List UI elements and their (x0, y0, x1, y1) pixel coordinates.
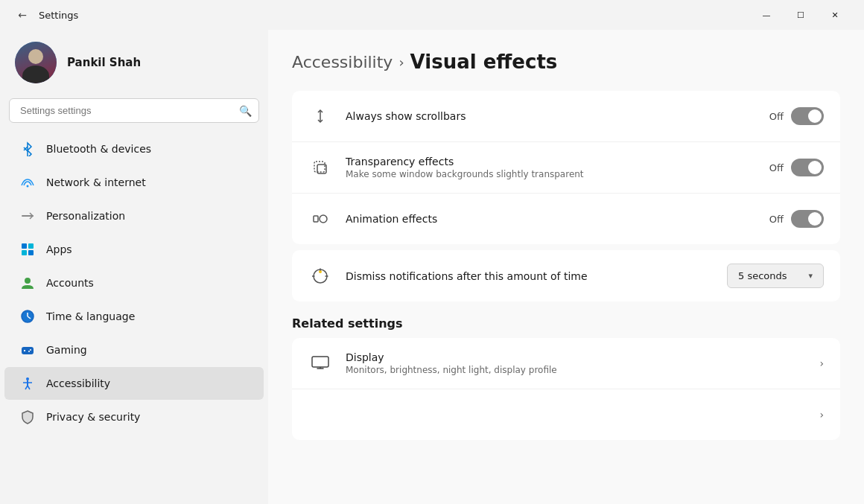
back-icon: ← (18, 9, 27, 21)
app-body: Pankil Shah 🔍 Bluetooth & devices Networ… (0, 30, 864, 504)
related-settings-card: Display Monitors, brightness, night ligh… (292, 338, 840, 440)
breadcrumb-separator: › (398, 54, 404, 70)
breadcrumb-current: Visual effects (410, 51, 558, 73)
animation-title: Animation effects (346, 213, 756, 225)
notification-card: Dismiss notifications after this amount … (292, 250, 840, 302)
sidebar-item-bluetooth[interactable]: Bluetooth & devices (4, 133, 264, 165)
svg-line-20 (25, 386, 28, 389)
avatar (15, 42, 57, 83)
svg-point-26 (320, 215, 327, 223)
sidebar-item-gaming[interactable]: Gaming (4, 334, 264, 366)
animation-row: Animation effects Off (292, 194, 840, 244)
dropdown-arrow-icon: ▾ (808, 271, 813, 281)
search-box: 🔍 (9, 98, 259, 123)
sidebar-item-label-privacy: Privacy & security (46, 411, 140, 423)
sidebar-item-label-accounts: Accounts (46, 277, 94, 289)
sidebar-item-label-bluetooth: Bluetooth & devices (46, 143, 151, 155)
privacy-icon (19, 409, 36, 425)
transparency-row: Transparency effects Make some window ba… (292, 142, 840, 194)
sidebar-item-label-time: Time & language (46, 310, 135, 322)
search-input[interactable] (9, 98, 259, 123)
notification-title: Dismiss notifications after this amount … (346, 270, 714, 282)
svg-rect-5 (28, 243, 34, 249)
scrollbars-toggle[interactable] (791, 107, 824, 125)
nav-list: Bluetooth & devices Network & internet P… (0, 132, 268, 434)
related-section-title: Related settings (292, 316, 840, 331)
accounts-icon (19, 275, 36, 291)
bluetooth-icon (19, 141, 36, 157)
time-icon (19, 308, 36, 325)
svg-rect-12 (22, 347, 34, 354)
svg-point-2 (27, 185, 29, 188)
transparency-subtitle: Make some window backgrounds slightly tr… (346, 169, 756, 179)
breadcrumb: Accessibility › Visual effects (292, 51, 840, 73)
display-icon (308, 351, 332, 375)
sidebar-item-personalization[interactable]: Personalization (4, 200, 264, 232)
transparency-text: Transparency effects Make some window ba… (346, 156, 756, 179)
sidebar-item-accessibility[interactable]: Accessibility (4, 367, 264, 400)
transparency-control: Off (769, 159, 824, 176)
animation-icon (308, 207, 332, 231)
svg-point-15 (30, 349, 31, 351)
minimize-button[interactable]: — (749, 3, 784, 27)
sidebar: Pankil Shah 🔍 Bluetooth & devices Networ… (0, 30, 268, 504)
maximize-button[interactable]: ☐ (784, 3, 818, 27)
close-button[interactable]: ✕ (818, 3, 852, 27)
svg-point-16 (28, 351, 30, 352)
scrollbars-title: Always show scrollbars (346, 110, 756, 122)
notification-text: Dismiss notifications after this amount … (346, 270, 714, 282)
svg-rect-25 (314, 216, 318, 222)
sidebar-item-label-personalization: Personalization (46, 210, 125, 222)
extra-chevron-icon: › (819, 409, 824, 421)
scrollbars-control: Off (769, 107, 824, 125)
svg-rect-6 (22, 250, 27, 255)
extra-icon (308, 403, 332, 427)
sidebar-item-label-gaming: Gaming (46, 344, 87, 356)
svg-rect-7 (28, 250, 34, 255)
transparency-title: Transparency effects (346, 156, 756, 168)
animation-toggle[interactable] (791, 210, 824, 228)
personalization-icon (19, 208, 36, 224)
window-controls: — ☐ ✕ (749, 3, 852, 27)
related-display-row[interactable]: Display Monitors, brightness, night ligh… (292, 338, 840, 389)
notification-row: Dismiss notifications after this amount … (292, 250, 840, 302)
display-subtitle: Monitors, brightness, night light, displ… (346, 365, 806, 375)
dropdown-value: 5 seconds (738, 270, 787, 281)
animation-state-label: Off (769, 214, 784, 225)
sidebar-item-time[interactable]: Time & language (4, 300, 264, 333)
gaming-icon (19, 342, 36, 358)
transparency-toggle[interactable] (791, 159, 824, 176)
search-icon: 🔍 (239, 105, 252, 117)
svg-rect-32 (312, 357, 328, 367)
accessibility-icon (19, 375, 36, 392)
sidebar-item-apps[interactable]: Apps (4, 233, 264, 266)
display-chevron-icon: › (819, 357, 824, 369)
titlebar-title: Settings (39, 10, 749, 21)
breadcrumb-parent: Accessibility (292, 53, 393, 71)
back-button[interactable]: ← (12, 4, 33, 25)
transparency-state-label: Off (769, 162, 784, 173)
sidebar-item-label-accessibility: Accessibility (46, 377, 110, 389)
sidebar-item-privacy[interactable]: Privacy & security (4, 401, 264, 433)
sidebar-item-label-network: Network & internet (46, 176, 146, 188)
related-extra-row[interactable]: › (292, 389, 840, 440)
scrollbars-icon (308, 104, 332, 128)
svg-point-17 (26, 377, 29, 380)
sidebar-item-network[interactable]: Network & internet (4, 166, 264, 199)
svg-line-21 (28, 386, 30, 389)
content-area: Accessibility › Visual effects Always sh… (268, 30, 864, 504)
animation-control: Off (769, 210, 824, 228)
titlebar: ← Settings — ☐ ✕ (0, 0, 864, 30)
network-icon (19, 174, 36, 191)
svg-point-8 (25, 278, 31, 284)
sidebar-item-accounts[interactable]: Accounts (4, 267, 264, 299)
user-name: Pankil Shah (67, 56, 141, 69)
scrollbars-state-label: Off (769, 111, 784, 122)
display-title: Display (346, 351, 806, 363)
notification-dropdown[interactable]: 5 seconds ▾ (727, 264, 824, 288)
svg-rect-4 (22, 243, 27, 249)
notification-control: 5 seconds ▾ (727, 264, 824, 288)
animation-text: Animation effects (346, 213, 756, 225)
svg-rect-23 (314, 162, 325, 172)
display-text: Display Monitors, brightness, night ligh… (346, 351, 806, 375)
